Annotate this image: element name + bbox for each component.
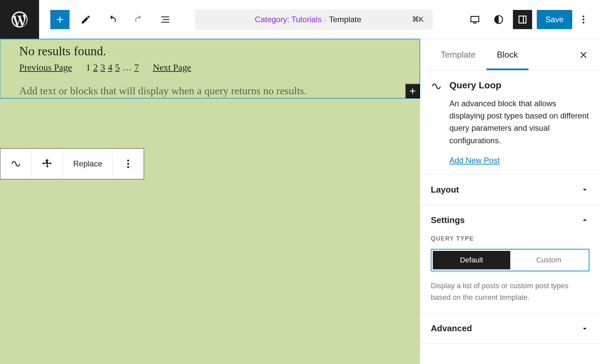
view-button[interactable]: [465, 10, 484, 29]
query-loop-icon: [10, 158, 22, 169]
panel-settings-label: Settings: [431, 215, 465, 225]
save-button[interactable]: Save: [537, 10, 572, 29]
more-vertical-icon: [123, 158, 134, 169]
block-card-description: An advanced block that allows displaying…: [449, 97, 589, 147]
chevron-up-icon: [580, 215, 589, 225]
sidebar-icon: [517, 14, 528, 25]
svg-point-2: [582, 22, 584, 23]
query-loop-icon: [431, 81, 442, 92]
svg-point-0: [582, 16, 584, 17]
close-icon: [579, 50, 588, 60]
wordpress-icon: [10, 10, 29, 29]
doc-type: Template: [329, 15, 361, 24]
tab-block[interactable]: Block: [486, 40, 529, 70]
command-shortcut: ⌘K: [412, 15, 424, 24]
pagination-previous[interactable]: Previous Page: [19, 62, 72, 73]
panel-advanced-label: Advanced: [431, 323, 472, 334]
pagination-numbers: 12345…7: [84, 62, 140, 73]
doc-category: Category: Tutorials: [255, 15, 322, 24]
no-results-placeholder[interactable]: Add text or blocks that will display whe…: [19, 85, 401, 97]
sidebar-tabs: Template Block: [420, 39, 600, 71]
move-icon: [42, 158, 53, 169]
svg-point-1: [582, 19, 584, 20]
settings-sidebar-button[interactable]: [513, 10, 532, 29]
svg-point-3: [127, 159, 129, 161]
pencil-icon: [80, 14, 91, 25]
styles-button[interactable]: [489, 10, 508, 29]
svg-point-4: [127, 163, 129, 165]
add-new-post-link[interactable]: Add New Post: [449, 156, 500, 165]
panel-advanced[interactable]: Advanced: [420, 313, 600, 343]
close-sidebar-button[interactable]: [577, 48, 590, 62]
chevron-down-icon: [580, 324, 589, 333]
pagination-next[interactable]: Next Page: [153, 62, 191, 73]
contrast-icon: [493, 14, 504, 25]
tools-button[interactable]: [75, 9, 96, 30]
query-no-results-block[interactable]: No results found. Previous Page 12345…7 …: [0, 39, 420, 98]
block-move-button[interactable]: [32, 149, 63, 179]
options-button[interactable]: [577, 10, 590, 29]
redo-icon: [133, 14, 144, 25]
block-options-button[interactable]: [113, 149, 144, 179]
plus-icon: [408, 86, 417, 96]
tab-template[interactable]: Template: [430, 40, 486, 70]
wordpress-logo-button[interactable]: [0, 0, 39, 39]
block-inserter-button[interactable]: [50, 10, 70, 29]
query-type-description: Display a list of posts or custom post t…: [431, 280, 589, 303]
block-card-title: Query Loop: [449, 80, 589, 91]
block-replace-button[interactable]: Replace: [63, 149, 112, 179]
editor-canvas[interactable]: No results found. Previous Page 12345…7 …: [0, 39, 420, 364]
redo-button[interactable]: [128, 9, 149, 30]
block-type-button[interactable]: [0, 149, 31, 179]
block-card: Query Loop An advanced block that allows…: [420, 71, 600, 174]
undo-icon: [107, 14, 118, 25]
desktop-icon: [470, 14, 480, 25]
editor-top-toolbar: Category: Tutorials · Template ⌘K Save: [0, 0, 600, 39]
query-type-label: QUERY TYPE: [431, 235, 589, 242]
panel-layout[interactable]: Layout: [420, 175, 600, 205]
block-toolbar: Replace: [0, 148, 144, 179]
query-type-custom[interactable]: Custom: [510, 251, 588, 269]
query-type-default[interactable]: Default: [433, 251, 510, 269]
block-appender-button[interactable]: [405, 84, 420, 98]
query-type-toggle: Default Custom: [431, 249, 589, 271]
svg-point-5: [127, 166, 129, 168]
plus-icon: [55, 14, 65, 25]
panel-layout-label: Layout: [431, 185, 459, 195]
document-title-bar[interactable]: Category: Tutorials · Template ⌘K: [195, 9, 433, 30]
more-vertical-icon: [578, 14, 589, 25]
list-view-icon: [160, 14, 171, 25]
undo-button[interactable]: [102, 9, 123, 30]
settings-sidebar: Template Block Query Loop An advanced bl…: [420, 39, 600, 364]
chevron-down-icon: [580, 185, 589, 194]
query-pagination: Previous Page 12345…7 Next Page: [19, 62, 401, 73]
panel-settings[interactable]: Settings: [420, 205, 600, 235]
no-results-heading: No results found.: [19, 44, 401, 58]
document-overview-button[interactable]: [155, 9, 175, 30]
